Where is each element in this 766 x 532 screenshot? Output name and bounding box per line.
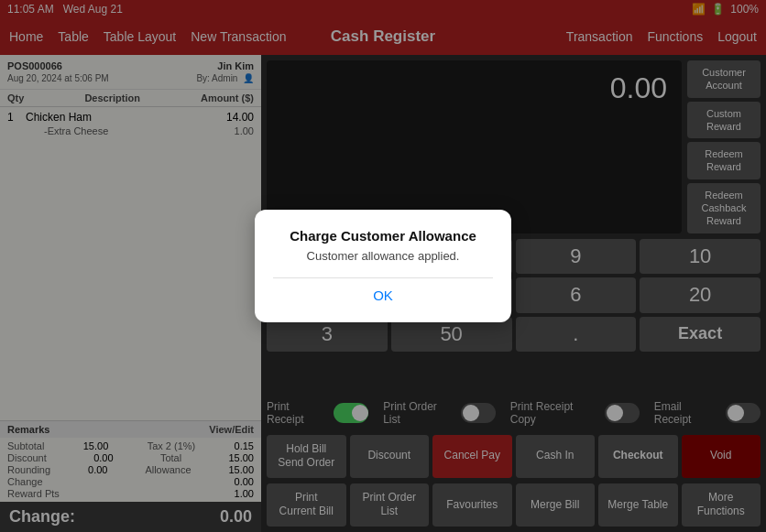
modal-title: Charge Customer Allowance (273, 228, 493, 244)
modal-dialog: Charge Customer Allowance Customer allow… (255, 210, 511, 322)
modal-body: Customer allowance applied. (273, 249, 493, 263)
modal-ok-button[interactable]: OK (273, 278, 493, 303)
modal-overlay: Charge Customer Allowance Customer allow… (0, 0, 766, 532)
